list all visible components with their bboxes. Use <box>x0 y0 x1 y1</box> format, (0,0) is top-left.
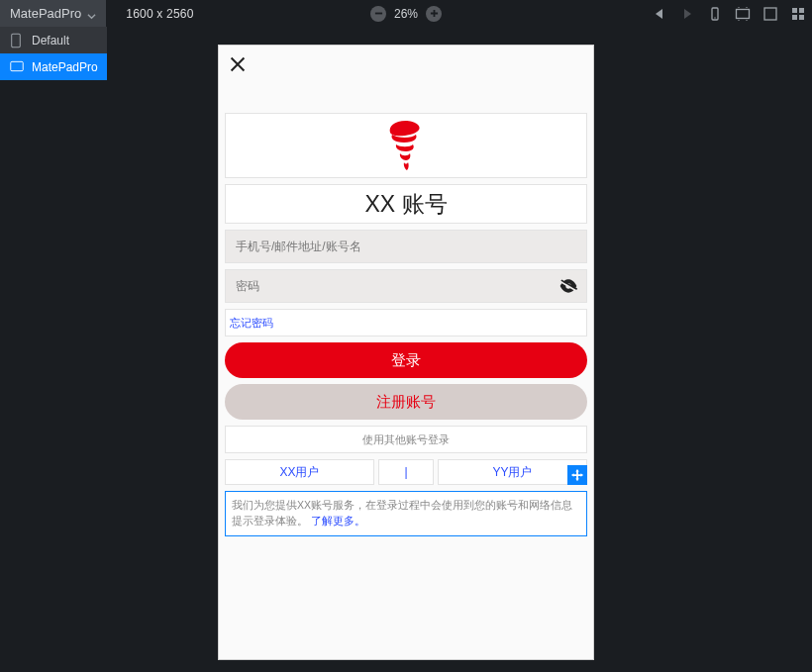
register-button[interactable]: 注册账号 <box>225 384 587 420</box>
phone-icon <box>10 33 24 48</box>
forgot-password-link[interactable]: 忘记密码 <box>225 309 587 336</box>
login-title: XX 账号 <box>225 184 587 224</box>
svg-rect-6 <box>799 8 804 13</box>
svg-rect-9 <box>12 34 21 48</box>
svg-rect-10 <box>11 61 23 70</box>
device-item-label: MatePadPro <box>32 60 98 74</box>
undo-icon[interactable] <box>652 6 667 22</box>
footer-notice: 我们为您提供XX账号服务，在登录过程中会使用到您的账号和网络信息提示登录体验。 … <box>225 491 587 536</box>
alt-login-xx[interactable]: XX用户 <box>225 459 374 485</box>
device-item-label: Default <box>32 34 69 48</box>
password-input[interactable]: 密码 <box>225 269 587 303</box>
top-toolbar: MatePadPro 1600 x 2560 26% <box>0 0 812 27</box>
preview-canvas: XX 账号 手机号/邮件地址/账号名 密码 忘记密码 <box>0 27 812 672</box>
eye-off-icon[interactable] <box>558 276 578 296</box>
login-button[interactable]: 登录 <box>225 342 587 378</box>
alt-login-yy[interactable]: YY用户 <box>438 459 587 485</box>
svg-rect-7 <box>792 15 797 20</box>
svg-rect-5 <box>792 8 797 13</box>
phone-rotate-icon[interactable] <box>707 6 723 22</box>
layout-icon[interactable] <box>790 6 806 22</box>
username-placeholder: 手机号/邮件地址/账号名 <box>236 239 361 255</box>
tablet-icon <box>10 59 24 75</box>
footer-learn-more-link[interactable]: 了解更多。 <box>311 515 365 527</box>
screenshot-icon[interactable] <box>735 6 751 22</box>
password-placeholder: 密码 <box>236 278 259 295</box>
device-item-default[interactable]: Default <box>0 27 107 53</box>
dimensions-label: 1600 x 2560 <box>126 7 193 21</box>
zoom-out-button[interactable] <box>370 6 386 22</box>
device-selector-label: MatePadPro <box>10 6 81 21</box>
device-item-matepadpro[interactable]: MatePadPro <box>0 53 107 80</box>
alt-login-row: XX用户 | YY用户 <box>225 459 587 485</box>
toolbar-right-actions <box>652 6 806 22</box>
svg-rect-0 <box>374 13 381 15</box>
zoom-in-button[interactable] <box>426 6 442 22</box>
device-preview-frame: XX 账号 手机号/邮件地址/账号名 密码 忘记密码 <box>218 45 594 660</box>
alt-login-label: 使用其他账号登录 <box>225 426 587 453</box>
move-icon[interactable] <box>567 465 587 485</box>
device-list-dropdown: Default MatePadPro <box>0 27 107 80</box>
chevron-down-icon <box>87 9 96 18</box>
svg-rect-3 <box>737 9 750 18</box>
footer-text: 我们为您提供XX账号服务，在登录过程中会使用到您的账号和网络信息提示登录体验。 <box>232 499 572 527</box>
swirl-logo-icon <box>384 119 428 172</box>
close-button[interactable] <box>227 53 251 77</box>
device-selector[interactable]: MatePadPro <box>0 0 106 27</box>
svg-point-2 <box>714 17 715 18</box>
redo-icon[interactable] <box>679 6 695 22</box>
window-icon[interactable] <box>762 6 778 22</box>
svg-rect-8 <box>799 15 804 20</box>
svg-rect-4 <box>764 8 776 20</box>
username-input[interactable]: 手机号/邮件地址/账号名 <box>225 230 587 263</box>
zoom-percent-label: 26% <box>394 7 418 21</box>
login-form-column: XX 账号 手机号/邮件地址/账号名 密码 忘记密码 <box>225 113 587 536</box>
app-logo <box>225 113 587 178</box>
zoom-controls: 26% <box>370 6 442 22</box>
alt-login-divider: | <box>378 459 434 485</box>
